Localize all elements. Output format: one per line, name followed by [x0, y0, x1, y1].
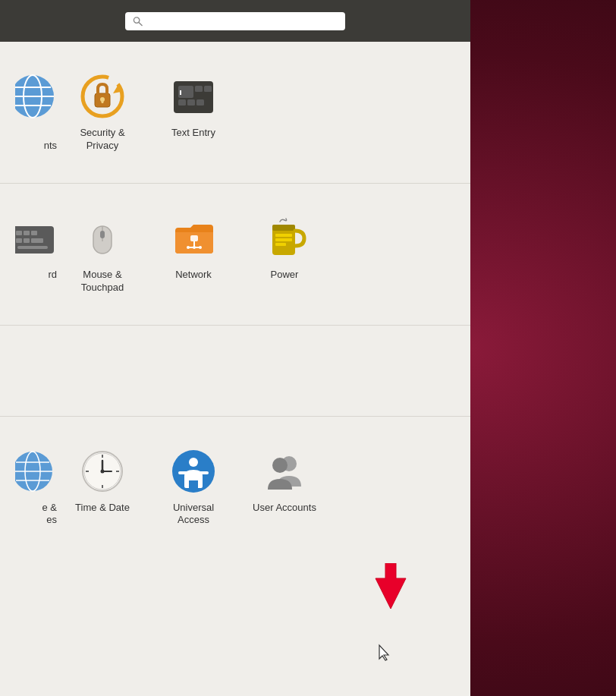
- user-accounts-icon-wrap: [260, 447, 309, 496]
- svg-rect-21: [16, 231, 22, 235]
- partial-label-3b: es: [46, 514, 57, 525]
- partial-label-1b: nts: [44, 140, 57, 151]
- settings-item-network[interactable]: Network: [148, 206, 239, 289]
- search-box[interactable]: [125, 12, 345, 30]
- partial-item-left-3: e & es: [15, 439, 57, 535]
- svg-rect-15: [204, 86, 212, 92]
- time-date-label: Time & Date: [75, 502, 130, 515]
- section-hardware-grid: rd Mouse &: [0, 199, 470, 310]
- svg-rect-38: [272, 225, 295, 231]
- partial-label-2a: rd: [48, 269, 57, 280]
- svg-rect-39: [275, 234, 292, 237]
- svg-rect-23: [31, 231, 37, 235]
- search-icon: [133, 16, 143, 27]
- section-hardware: rd Mouse &: [0, 184, 470, 326]
- section-system: e & es: [0, 417, 470, 558]
- settings-item-user-accounts[interactable]: User Accounts: [239, 439, 330, 522]
- svg-rect-18: [196, 99, 204, 106]
- settings-content: nts: [0, 42, 470, 696]
- power-label: Power: [271, 269, 299, 282]
- section-personal-grid: nts: [0, 57, 470, 168]
- partial-item-left-1: nts: [15, 65, 57, 160]
- svg-rect-17: [187, 99, 195, 106]
- search-input[interactable]: [147, 15, 338, 27]
- mouse-icon-wrap: [78, 214, 127, 263]
- settings-panel: nts: [0, 0, 470, 696]
- svg-rect-14: [195, 86, 203, 92]
- partial-item-left-2: rd: [15, 206, 57, 289]
- settings-item-power[interactable]: Power: [239, 206, 330, 289]
- empty-section: [0, 326, 470, 417]
- section-personal: nts: [0, 42, 470, 184]
- universal-access-label: Universal Access: [173, 502, 214, 528]
- svg-rect-27: [17, 246, 48, 249]
- text-entry-icon-wrap: [169, 72, 218, 121]
- svg-rect-22: [24, 231, 30, 235]
- mouse-label: Mouse & Touchpad: [81, 269, 124, 294]
- settings-item-security-privacy[interactable]: Security & Privacy: [57, 65, 148, 160]
- time-date-icon-wrap: [78, 447, 127, 496]
- text-entry-label: Text Entry: [171, 127, 215, 140]
- svg-point-60: [272, 458, 288, 473]
- svg-rect-26: [31, 238, 43, 243]
- svg-rect-16: [178, 99, 186, 106]
- svg-point-34: [187, 246, 190, 249]
- settings-item-mouse[interactable]: Mouse & Touchpad: [57, 206, 148, 302]
- section-system-grid: e & es: [0, 432, 470, 543]
- svg-point-57: [189, 458, 198, 467]
- security-privacy-label: Security & Privacy: [80, 127, 124, 153]
- settings-item-text-entry[interactable]: Text Entry: [148, 65, 239, 147]
- svg-rect-25: [24, 238, 30, 243]
- settings-item-universal-access[interactable]: Universal Access: [148, 439, 239, 535]
- user-accounts-label: User Accounts: [253, 502, 316, 515]
- security-privacy-icon-wrap: [78, 72, 127, 121]
- universal-access-icon-wrap: [169, 447, 218, 496]
- svg-point-55: [101, 469, 105, 473]
- svg-point-36: [199, 246, 202, 249]
- svg-rect-31: [190, 235, 198, 241]
- svg-rect-40: [275, 238, 292, 241]
- svg-point-35: [193, 246, 196, 249]
- power-icon-wrap: [260, 214, 309, 263]
- svg-line-1: [139, 22, 142, 25]
- svg-rect-24: [16, 238, 22, 243]
- settings-item-time-date[interactable]: Time & Date: [57, 439, 148, 522]
- svg-rect-41: [275, 243, 286, 246]
- partial-label-3a: e &: [42, 502, 57, 513]
- svg-rect-30: [100, 231, 105, 238]
- topbar: [0, 0, 470, 42]
- svg-rect-11: [102, 99, 104, 103]
- network-label: Network: [175, 269, 212, 282]
- network-icon-wrap: [169, 214, 218, 263]
